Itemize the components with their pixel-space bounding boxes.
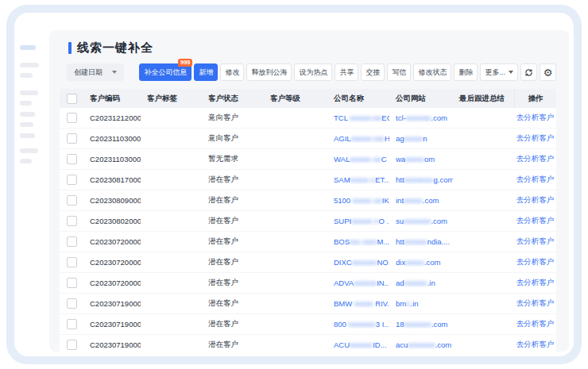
redacted-text: mnnn bbox=[405, 155, 424, 163]
row-checkbox[interactable] bbox=[67, 298, 77, 309]
analyze-customer-link[interactable]: 去分析客户 bbox=[516, 195, 555, 204]
row-checkbox[interactable] bbox=[67, 195, 77, 206]
row-checkbox[interactable] bbox=[67, 113, 77, 123]
company-site-link[interactable]: agmnnnn bbox=[389, 134, 453, 143]
company-site-link[interactable]: tcl-mnnmn.com bbox=[389, 113, 453, 122]
company-site-link[interactable]: admnnnn.in bbox=[389, 279, 453, 287]
table-row: C202307190003潜在客户BMW mnnn RIV...bmn.in去分… bbox=[60, 294, 556, 314]
sidebar-skeleton bbox=[14, 13, 49, 356]
settings-button[interactable]: ⚙ bbox=[540, 63, 556, 81]
status-cell: 潜在客户 bbox=[202, 257, 264, 267]
code-cell: C202307200001 bbox=[83, 279, 141, 287]
visible-text: .com bbox=[435, 340, 452, 349]
company-site-link[interactable]: 18mnnnnn.com bbox=[389, 320, 453, 329]
row-checkbox[interactable] bbox=[67, 278, 77, 288]
more-button-label: 更多... bbox=[485, 67, 505, 78]
redacted-text: mnnn bbox=[354, 299, 375, 308]
analyze-customer-link[interactable]: 去分析客户 bbox=[516, 236, 555, 245]
toolbar-button-设为热点[interactable]: 设为热点 bbox=[294, 63, 332, 81]
analyze-customer-link[interactable]: 去分析客户 bbox=[516, 113, 555, 121]
company-site-link[interactable]: bmn.in bbox=[389, 299, 453, 308]
company-site-link[interactable]: httmnnnnndia.... bbox=[389, 237, 453, 246]
redacted-text: mnnnnn bbox=[404, 217, 431, 225]
company-name-link[interactable]: 5100 mnnn nnIK... bbox=[327, 196, 389, 205]
toolbar-button-删除[interactable]: 删除 bbox=[454, 63, 478, 81]
redacted-text: mnnn bbox=[404, 134, 424, 143]
row-checkbox-cell bbox=[60, 154, 83, 164]
company-site-link[interactable]: intmnnn.com bbox=[389, 196, 453, 205]
row-checkbox-cell bbox=[60, 298, 83, 309]
analyze-customer-link[interactable]: 去分析客户 bbox=[516, 298, 555, 307]
company-name-link[interactable]: ACUmnnnnID... bbox=[327, 340, 389, 349]
analyze-customer-link[interactable]: 去分析客户 bbox=[516, 133, 555, 142]
company-name-link[interactable]: SAMmnnn nET... bbox=[327, 175, 389, 184]
visible-text: n bbox=[423, 134, 427, 143]
company-site-link[interactable]: httmnnmnng.com bbox=[389, 175, 453, 184]
redacted-text: mnnn n bbox=[350, 175, 376, 184]
row-checkbox[interactable] bbox=[67, 319, 77, 329]
sidebar-skeleton-bar bbox=[20, 122, 33, 127]
visible-text: DIXC bbox=[334, 258, 352, 267]
analyze-customer-link[interactable]: 去分析客户 bbox=[516, 278, 555, 286]
analyze-customer-link[interactable]: 去分析客户 bbox=[516, 340, 555, 348]
action-cell: 去分析客户 bbox=[514, 216, 556, 226]
company-name-link[interactable]: TCL mnnm-nnEC... bbox=[327, 113, 389, 122]
create-date-filter[interactable]: 创建日期 bbox=[67, 63, 124, 81]
row-checkbox[interactable] bbox=[67, 175, 77, 185]
sync-button[interactable] bbox=[520, 63, 537, 81]
redacted-text: mnnnm bbox=[352, 258, 377, 267]
toolbar-button-交接[interactable]: 交接 bbox=[361, 63, 385, 81]
sidebar-skeleton-bar bbox=[20, 133, 35, 138]
analyze-customer-link[interactable]: 去分析客户 bbox=[516, 319, 555, 328]
action-cell: 去分析客户 bbox=[514, 298, 556, 309]
action-cell: 去分析客户 bbox=[514, 278, 556, 288]
status-cell: 潜在客户 bbox=[202, 340, 264, 350]
company-name-link[interactable]: ADVAmnnnnIN... bbox=[327, 279, 389, 287]
company-name-link[interactable]: AGILmnnm mnHN... bbox=[327, 134, 389, 143]
analyze-customer-link[interactable]: 去分析客户 bbox=[516, 257, 555, 266]
analyze-customer-link[interactable]: 去分析客户 bbox=[516, 175, 555, 183]
row-checkbox-cell bbox=[60, 216, 83, 226]
redacted-text: mnnm mn bbox=[351, 134, 385, 143]
row-checkbox[interactable] bbox=[67, 340, 77, 350]
toolbar-button-修改[interactable]: 修改 bbox=[220, 63, 244, 81]
company-name-link[interactable]: BOSmn nnmM... bbox=[327, 237, 389, 246]
sidebar-skeleton-bar bbox=[20, 63, 39, 67]
code-cell: C202312120001 bbox=[83, 113, 141, 122]
action-cell: 去分析客户 bbox=[514, 175, 556, 185]
company-name-link[interactable]: BMW mnnn RIV... bbox=[327, 299, 389, 308]
action-cell: 去分析客户 bbox=[514, 154, 556, 164]
company-site-link[interactable]: dixmnnn.com bbox=[389, 258, 453, 267]
visible-text: AGIL bbox=[334, 134, 351, 143]
row-checkbox[interactable] bbox=[67, 257, 77, 267]
company-name-link[interactable]: DIXCmnnnmNO... bbox=[327, 258, 389, 267]
toolbar-button-释放到公海[interactable]: 释放到公海 bbox=[246, 63, 292, 81]
toolbar-button-共享[interactable]: 共享 bbox=[335, 63, 358, 81]
column-header-code: 客户编码 bbox=[83, 94, 141, 104]
visible-text: SAM bbox=[334, 175, 350, 184]
row-checkbox[interactable] bbox=[67, 154, 77, 164]
company-name-link[interactable]: SUPImnnm nO ... bbox=[327, 217, 389, 225]
company-name-link[interactable]: 800 mnnnnn3 I... bbox=[327, 320, 389, 329]
row-checkbox[interactable] bbox=[67, 216, 77, 226]
row-checkbox[interactable] bbox=[67, 236, 77, 247]
add-button[interactable]: 新增 bbox=[194, 63, 218, 81]
company-site-link[interactable]: acumnnnnn.com bbox=[389, 340, 453, 349]
column-header-action: 操作 bbox=[514, 89, 556, 108]
visible-text: IK... bbox=[382, 196, 389, 205]
more-button[interactable]: 更多... bbox=[480, 63, 518, 81]
toolbar-button-写信[interactable]: 写信 bbox=[387, 63, 411, 81]
toolbar-button-修改状态[interactable]: 修改状态 bbox=[413, 63, 451, 81]
row-checkbox[interactable] bbox=[67, 133, 77, 144]
company-name-link[interactable]: WALmnnm nnC . bbox=[327, 155, 389, 163]
select-all-checkbox[interactable] bbox=[67, 94, 77, 104]
visible-text: M... bbox=[377, 237, 389, 246]
analyze-customer-link[interactable]: 去分析客户 bbox=[516, 216, 555, 225]
row-checkbox-cell bbox=[60, 113, 83, 123]
visible-text: ad bbox=[396, 279, 404, 287]
company-site-link[interactable]: sumnnnnn.com bbox=[389, 217, 453, 225]
company-site-link[interactable]: wamnnnom bbox=[389, 155, 453, 163]
complete-company-info-button[interactable]: 补全公司信息 999 bbox=[139, 63, 191, 81]
row-checkbox-cell bbox=[60, 175, 83, 185]
analyze-customer-link[interactable]: 去分析客户 bbox=[516, 154, 555, 163]
